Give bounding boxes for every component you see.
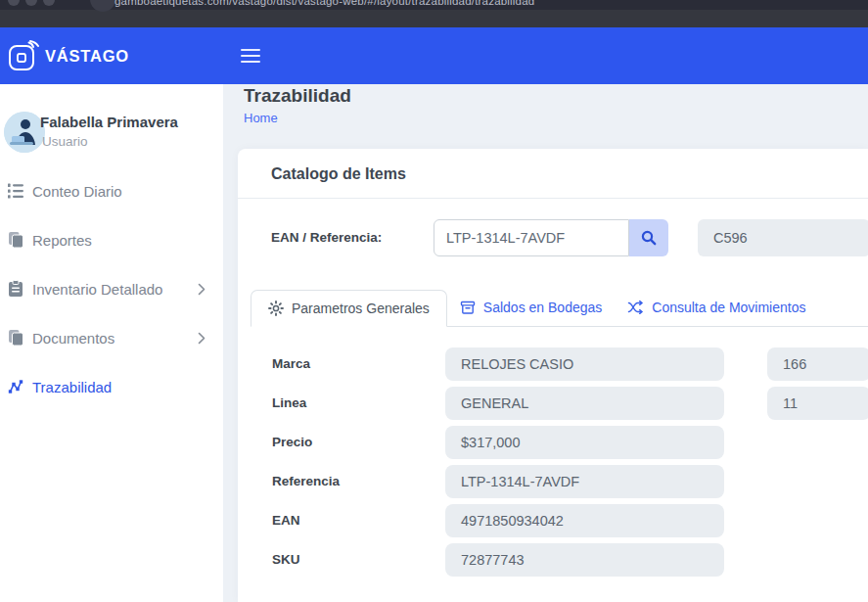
documents-icon [6, 329, 25, 347]
user-block: Falabella Primavera Usuario [0, 110, 223, 164]
tab-bar: Parametros Generales Saldos en Bodegas [251, 289, 868, 327]
field-extra-value: 11 [767, 387, 868, 420]
field-label: SKU [272, 543, 300, 577]
user-role: Usuario [42, 134, 88, 149]
clipboard-icon [6, 280, 25, 298]
tab-label: Consulta de Movimientos [652, 300, 805, 315]
app-header: VÁSTAGO [0, 27, 868, 84]
brand-name[interactable]: VÁSTAGO [45, 47, 129, 66]
user-name: Falabella Primavera [40, 114, 178, 130]
sidebar-item-label: Conteo Diario [32, 183, 122, 200]
tab-parametros-generales[interactable]: Parametros Generales [251, 290, 447, 327]
search-button[interactable] [629, 219, 668, 256]
breadcrumb-home-link[interactable]: Home [244, 111, 278, 125]
hamburger-icon[interactable] [241, 49, 260, 67]
field-row-linea: Linea GENERAL 11 [238, 387, 868, 420]
sidebar-item-label: Documentos [32, 330, 114, 347]
browser-site-icon [90, 0, 115, 12]
field-label: Precio [272, 426, 312, 459]
field-value: LTP-1314L-7AVDF [445, 465, 724, 498]
user-avatar [4, 112, 45, 153]
main-content: Trazabilidad Home Catalogo de Items EAN … [223, 84, 868, 602]
browser-reload-icon[interactable] [43, 0, 55, 6]
field-value: RELOJES CASIO [445, 347, 724, 381]
sidebar-item-label: Trazabilidad [32, 379, 112, 395]
parameters-form: Marca RELOJES CASIO 166 Linea GENERAL 11… [238, 347, 868, 582]
field-row-sku: SKU 72877743 [238, 543, 868, 577]
field-row-marca: Marca RELOJES CASIO 166 [238, 347, 868, 381]
field-label: Linea [272, 387, 306, 420]
sidebar: Falabella Primavera Usuario Conteo Diari… [0, 84, 224, 602]
card-title: Catalogo de Items [238, 149, 868, 199]
ean-referencia-input[interactable] [434, 219, 629, 256]
field-value: 72877743 [445, 543, 724, 577]
sidebar-item-documentos[interactable]: Documentos [0, 313, 223, 362]
documents-icon [6, 231, 25, 249]
field-row-referencia: Referencia LTP-1314L-7AVDF [238, 465, 868, 498]
field-row-precio: Precio $317,000 [238, 426, 868, 459]
tab-label: Saldos en Bodegas [483, 300, 602, 315]
browser-back-icon[interactable] [8, 0, 20, 6]
shuffle-icon [627, 300, 644, 315]
archive-icon [460, 300, 476, 315]
sidebar-item-label: Reportes [32, 232, 92, 249]
sidebar-item-reportes[interactable]: Reportes [0, 215, 223, 264]
search-row: EAN / Referencia: C596 [238, 219, 868, 256]
field-label: EAN [272, 504, 300, 537]
tab-label: Parametros Generales [292, 301, 430, 316]
field-row-ean: EAN 4971850934042 [238, 504, 868, 537]
chevron-right-icon [198, 332, 206, 345]
field-value: GENERAL [445, 387, 724, 420]
browser-bar: gamboaetiquetas.com/vastago/dist/vastago… [0, 0, 868, 27]
field-extra-value: 166 [767, 347, 868, 381]
network-icon [6, 378, 25, 395]
field-label: Referencia [272, 465, 340, 498]
tab-consulta-de-movimientos[interactable]: Consulta de Movimientos [615, 289, 818, 326]
chevron-right-icon [198, 283, 206, 296]
sidebar-item-inventario-detallado[interactable]: Inventario Detallado [0, 264, 223, 313]
field-label: Marca [272, 347, 310, 381]
catalog-card: Catalogo de Items EAN / Referencia: C596 [238, 149, 868, 602]
sidebar-item-label: Inventario Detallado [32, 281, 162, 298]
field-value: 4971850934042 [445, 504, 724, 537]
field-value: $317,000 [445, 426, 724, 459]
browser-forward-icon[interactable] [25, 0, 37, 6]
tab-saldos-en-bodegas[interactable]: Saldos en Bodegas [447, 289, 615, 326]
item-code-field: C596 [698, 219, 868, 256]
sidebar-item-conteo-diario[interactable]: Conteo Diario [0, 166, 223, 215]
address-bar[interactable]: gamboaetiquetas.com/vastago/dist/vastago… [114, 0, 534, 7]
gear-icon [268, 301, 284, 316]
search-icon [640, 229, 658, 247]
sidebar-menu: Conteo Diario Reportes Inventario De [0, 166, 223, 411]
sidebar-item-trazabilidad[interactable]: Trazabilidad [0, 362, 223, 411]
numbered-list-icon [6, 182, 25, 200]
rfid-tag-icon [8, 40, 43, 71]
page-title: Trazabilidad [244, 85, 351, 107]
ean-referencia-label: EAN / Referencia: [271, 219, 382, 256]
